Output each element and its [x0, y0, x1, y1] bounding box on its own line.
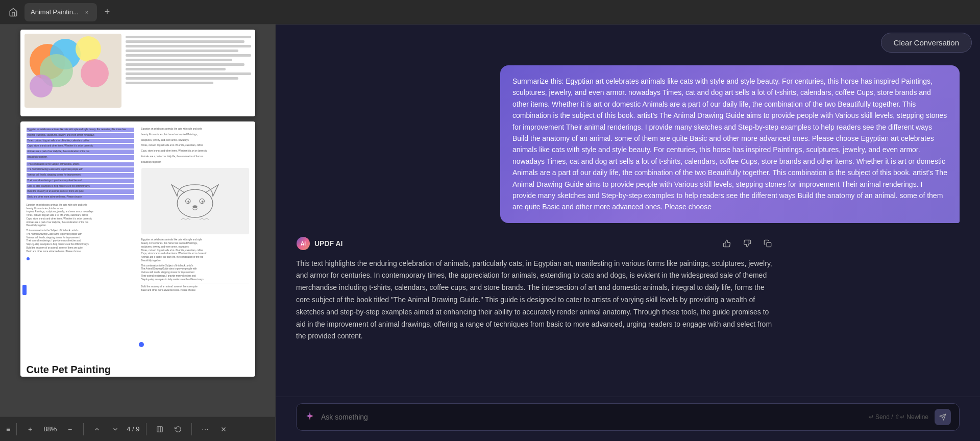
pdf-panel: Egyptian art celebrates animals like cat… — [0, 24, 276, 441]
home-button[interactable] — [4, 3, 22, 21]
sidebar-icon[interactable]: ≡ — [6, 425, 10, 433]
ai-brand: AI UPDF AI — [296, 236, 342, 251]
input-container: ↵ Send / ⇧↵ Newline — [296, 403, 960, 431]
zoom-in-button[interactable]: + — [23, 422, 37, 436]
page-indicator: 4 / 9 — [127, 425, 139, 433]
pdf-pages: Egyptian art celebrates animals like cat… — [0, 24, 275, 416]
more-options-button[interactable]: ⋯ — [198, 422, 212, 436]
nav-down-button[interactable] — [108, 422, 122, 436]
svg-point-5 — [192, 206, 197, 209]
active-tab[interactable]: Animal Paintin... × — [24, 3, 97, 21]
input-hints: ↵ Send / ⇧↵ Newline — [869, 413, 928, 421]
svg-point-0 — [177, 189, 213, 217]
fit-page-button[interactable] — [153, 422, 167, 436]
close-toolbar-button[interactable] — [216, 422, 231, 436]
svg-point-4 — [202, 201, 204, 203]
main-content: Egyptian art celebrates animals like cat… — [0, 24, 980, 441]
updf-ai-logo: AI — [296, 236, 310, 251]
ai-chat-panel: Clear Conversation Summarize this: Egypt… — [276, 24, 980, 441]
chat-input-field[interactable] — [321, 413, 863, 421]
svg-rect-13 — [767, 242, 771, 247]
clear-conversation-button[interactable]: Clear Conversation — [881, 33, 972, 53]
svg-rect-6 — [157, 426, 162, 432]
scroll-handle[interactable] — [22, 285, 27, 295]
svg-point-3 — [187, 201, 189, 203]
chat-messages: Summarize this: Egyptian art celebrates … — [276, 24, 980, 397]
ai-message: AI UPDF AI — [296, 235, 776, 343]
sparkle-icon — [305, 411, 315, 424]
tab-bar: Animal Paintin... × + — [0, 0, 980, 24]
pdf-page-2[interactable]: Egyptian art celebrates animals like cat… — [20, 121, 255, 377]
tab-close-button[interactable]: × — [83, 8, 91, 16]
position-dot — [139, 342, 144, 347]
add-tab-button[interactable]: + — [99, 4, 115, 20]
zoom-level: 88% — [41, 425, 59, 433]
copy-button[interactable] — [760, 235, 776, 252]
chat-input-area: ↵ Send / ⇧↵ Newline — [276, 397, 980, 441]
send-button[interactable] — [935, 409, 951, 425]
thumbs-up-button[interactable] — [719, 235, 735, 252]
user-message: Summarize this: Egyptian art celebrates … — [500, 65, 960, 223]
ai-response-body: This text highlights the enduring celebr… — [296, 258, 776, 343]
ai-message-header: AI UPDF AI — [296, 235, 776, 252]
pdf-page-1[interactable] — [20, 30, 255, 116]
page-title-overlay: Cute Pet Painting — [24, 363, 113, 377]
tab-title: Animal Paintin... — [31, 8, 79, 16]
thumbs-down-button[interactable] — [739, 235, 755, 252]
ai-actions — [719, 235, 776, 252]
nav-up-button[interactable] — [90, 422, 104, 436]
ai-name-label: UPDF AI — [314, 239, 342, 248]
zoom-out-button[interactable]: − — [63, 422, 77, 436]
top-right-actions: Clear Conversation — [881, 33, 972, 53]
svg-text:AI: AI — [301, 241, 306, 247]
rotate-button[interactable] — [171, 422, 185, 436]
pdf-toolbar: ≡ + 88% − 4 / 9 ⋯ — [0, 416, 275, 441]
